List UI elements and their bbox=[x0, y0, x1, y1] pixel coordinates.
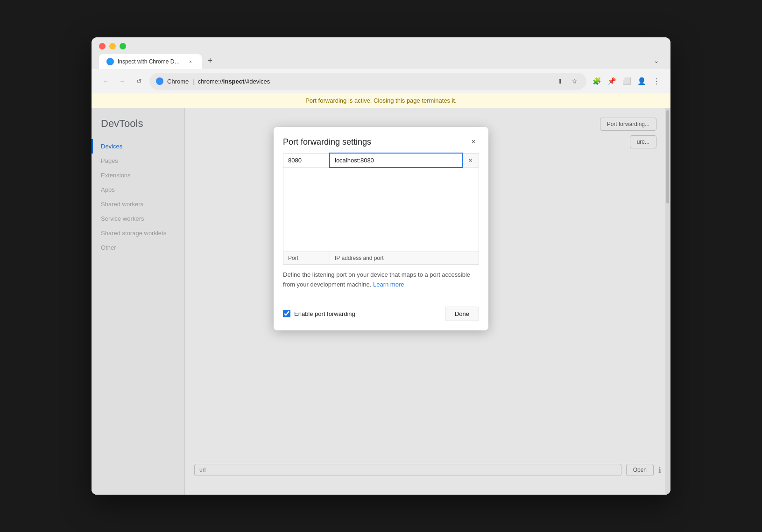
address-input[interactable] bbox=[330, 154, 462, 167]
modal-overlay: Port forwarding settings × 8080 bbox=[92, 108, 670, 495]
enable-port-forwarding-label[interactable]: Enable port forwarding bbox=[283, 310, 355, 317]
banner-text: Port forwarding is active. Closing this … bbox=[305, 97, 457, 104]
tab-favicon: 🌐 bbox=[106, 58, 114, 65]
address-favicon: 🌐 bbox=[156, 77, 163, 85]
description-text: Define the listening port on your device… bbox=[283, 270, 479, 290]
close-button[interactable] bbox=[99, 43, 106, 49]
maximize-button[interactable] bbox=[120, 43, 126, 49]
port-value: 8080 bbox=[283, 154, 330, 167]
browser-window: 🌐 Inspect with Chrome Develope × + ⌄ ← →… bbox=[92, 37, 670, 495]
nav-bar: ← → ↺ 🌐 Chrome | chrome://inspect/#devic… bbox=[92, 69, 670, 93]
reload-button[interactable]: ↺ bbox=[133, 75, 146, 88]
profile-icon[interactable]: 👤 bbox=[635, 75, 648, 88]
checkbox-label-text: Enable port forwarding bbox=[294, 310, 355, 317]
tab-overflow-button[interactable]: ⌄ bbox=[650, 54, 663, 67]
page-content: Port forwarding is active. Closing this … bbox=[92, 93, 670, 495]
pinned-extension-icon[interactable]: 📌 bbox=[605, 75, 618, 88]
modal-title: Port forwarding settings bbox=[283, 137, 371, 147]
new-tab-button[interactable]: + bbox=[204, 54, 217, 67]
extensions-icon[interactable]: 🧩 bbox=[590, 75, 603, 88]
port-column-header: Port bbox=[283, 252, 330, 264]
port-forwarding-table: 8080 × Port IP address a bbox=[283, 153, 479, 265]
tab-title: Inspect with Chrome Develope bbox=[118, 58, 183, 65]
modal-close-button[interactable]: × bbox=[468, 136, 479, 147]
tabs-row: 🌐 Inspect with Chrome Develope × + ⌄ bbox=[99, 54, 663, 69]
address-url: chrome://inspect/#devices bbox=[198, 78, 270, 85]
modal-body: 8080 × Port IP address a bbox=[274, 153, 488, 307]
traffic-lights bbox=[99, 43, 663, 49]
delete-entry-button[interactable]: × bbox=[462, 154, 479, 167]
address-brand: Chrome bbox=[167, 78, 189, 85]
title-bar: 🌐 Inspect with Chrome Develope × + ⌄ bbox=[92, 37, 670, 69]
modal-header: Port forwarding settings × bbox=[274, 127, 488, 153]
enable-port-forwarding-checkbox[interactable] bbox=[283, 310, 290, 317]
address-bar[interactable]: 🌐 Chrome | chrome://inspect/#devices ⬆ ☆ bbox=[149, 73, 586, 90]
menu-icon[interactable]: ⋮ bbox=[650, 75, 663, 88]
empty-entries-area bbox=[283, 168, 479, 252]
active-tab[interactable]: 🌐 Inspect with Chrome Develope × bbox=[99, 54, 202, 69]
address-separator: | bbox=[192, 78, 194, 85]
forward-button[interactable]: → bbox=[116, 75, 129, 88]
address-column-header: IP address and port bbox=[330, 252, 479, 264]
modal-footer: Enable port forwarding Done bbox=[274, 307, 488, 330]
split-view-icon[interactable]: ⬜ bbox=[620, 75, 633, 88]
nav-right-icons: 🧩 📌 ⬜ 👤 ⋮ bbox=[590, 75, 663, 88]
port-forwarding-entry-row: 8080 × bbox=[283, 154, 479, 168]
bookmark-icon[interactable]: ☆ bbox=[569, 76, 580, 87]
table-header-row: Port IP address and port bbox=[283, 252, 479, 264]
port-forwarding-modal: Port forwarding settings × 8080 bbox=[274, 127, 488, 330]
port-forwarding-banner: Port forwarding is active. Closing this … bbox=[92, 93, 670, 108]
tab-close-button[interactable]: × bbox=[187, 58, 194, 65]
address-cell bbox=[330, 154, 462, 167]
minimize-button[interactable] bbox=[109, 43, 116, 49]
share-icon[interactable]: ⬆ bbox=[555, 76, 566, 87]
address-actions: ⬆ ☆ bbox=[555, 76, 580, 87]
done-button[interactable]: Done bbox=[445, 307, 479, 321]
main-area: DevTools Devices Pages Extensions Apps S… bbox=[92, 108, 670, 495]
back-button[interactable]: ← bbox=[99, 75, 112, 88]
learn-more-link[interactable]: Learn more bbox=[373, 281, 404, 288]
